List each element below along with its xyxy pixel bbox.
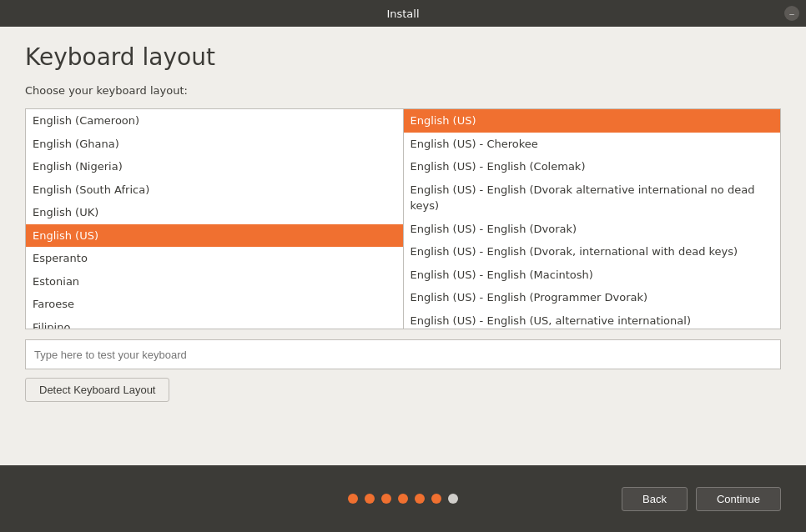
list-item[interactable]: Filipino (26, 316, 403, 330)
progress-dot (398, 494, 408, 504)
progress-dot (381, 494, 391, 504)
progress-dot (415, 494, 425, 504)
list-item[interactable]: English (Ghana) (26, 133, 403, 156)
progress-dot (431, 494, 441, 504)
title-bar: Install – (0, 0, 806, 27)
bottom-bar: Back Continue (0, 465, 806, 532)
window-controls: – (784, 6, 799, 21)
main-content: Keyboard layout Choose your keyboard lay… (0, 27, 806, 465)
list-item[interactable]: English (Cameroon) (26, 109, 403, 133)
list-item[interactable]: Estonian (26, 270, 403, 294)
page-title: Keyboard layout (25, 43, 781, 71)
list-item[interactable]: English (US) - Cherokee (404, 133, 781, 156)
list-item[interactable]: English (US) - English (Colemak) (404, 155, 781, 178)
back-button[interactable]: Back (622, 487, 688, 511)
language-list[interactable]: English (Cameroon)English (Ghana)English… (25, 108, 403, 329)
variant-list[interactable]: English (US)English (US) - CherokeeEngli… (403, 108, 782, 329)
progress-dot (365, 494, 375, 504)
list-item[interactable]: Faroese (26, 293, 403, 316)
list-item[interactable]: English (US) (404, 109, 781, 133)
keyboard-test-input[interactable] (25, 339, 781, 369)
detect-keyboard-button[interactable]: Detect Keyboard Layout (25, 378, 169, 402)
list-item[interactable]: English (US) - English (US, alternative … (404, 309, 781, 330)
progress-dot (448, 494, 458, 504)
window-title: Install (386, 8, 419, 20)
list-item[interactable]: English (US) - English (Programmer Dvora… (404, 286, 781, 309)
list-item[interactable]: English (US) - English (Dvorak alternati… (404, 178, 781, 218)
list-item[interactable]: English (US) (26, 224, 403, 248)
progress-dots (348, 494, 458, 504)
list-item[interactable]: English (UK) (26, 201, 403, 224)
continue-button[interactable]: Continue (696, 487, 781, 511)
close-button[interactable]: – (784, 6, 799, 21)
layout-lists: English (Cameroon)English (Ghana)English… (25, 108, 781, 329)
navigation-buttons: Back Continue (622, 487, 781, 511)
list-item[interactable]: English (US) - English (Macintosh) (404, 263, 781, 287)
list-item[interactable]: English (Nigeria) (26, 155, 403, 178)
list-item[interactable]: English (South Africa) (26, 178, 403, 202)
list-item[interactable]: Esperanto (26, 247, 403, 270)
subtitle: Choose your keyboard layout: (25, 84, 781, 97)
list-item[interactable]: English (US) - English (Dvorak) (404, 218, 781, 241)
list-item[interactable]: English (US) - English (Dvorak, internat… (404, 240, 781, 263)
progress-dot (348, 494, 358, 504)
